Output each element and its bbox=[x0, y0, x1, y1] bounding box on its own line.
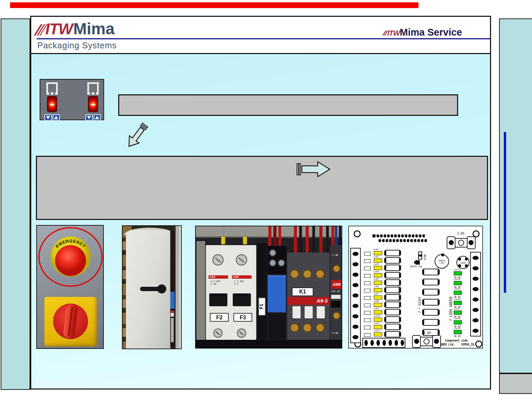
panel-column-left bbox=[44, 82, 60, 121]
transistor-label: BC817-G6 bbox=[410, 265, 422, 268]
logo-itw-text: ITW bbox=[45, 20, 73, 38]
contactor-model-stripe: A9-3 bbox=[288, 297, 329, 305]
film-roll-icon bbox=[46, 82, 58, 92]
ic-footprint bbox=[385, 309, 400, 315]
pcb-yellow-led-row: Led10 bbox=[364, 316, 404, 323]
breaker-toggle bbox=[233, 293, 251, 306]
cabinet-left-rail bbox=[196, 241, 205, 340]
pcb-green-led-row: Led15 bbox=[454, 289, 467, 299]
screw bbox=[236, 254, 247, 266]
aux-toggle bbox=[331, 301, 341, 308]
green-led bbox=[454, 281, 462, 285]
pcb-green-led-row: Led13 bbox=[454, 269, 467, 279]
emergency-stop-photo: EMERGENCY bbox=[36, 225, 104, 349]
arrow-up-button bbox=[53, 114, 60, 121]
yellow-led bbox=[374, 266, 382, 270]
description-box bbox=[36, 156, 488, 220]
ic-footprint bbox=[385, 272, 400, 278]
film-roll-icon bbox=[87, 82, 99, 92]
pcb-green-led-row: Led14 bbox=[454, 279, 467, 289]
screw bbox=[290, 269, 299, 279]
screw bbox=[332, 312, 341, 320]
itw-mima-logo: ITWMima bbox=[37, 19, 115, 38]
yellow-led bbox=[374, 288, 382, 292]
aux-no4-label: ~4 NO bbox=[331, 332, 338, 334]
door-frame-strip bbox=[175, 226, 179, 349]
inner-hinge-strip bbox=[171, 318, 174, 342]
arrow-up-button bbox=[94, 114, 101, 121]
pcb-yellow-led-row: Led9 bbox=[364, 308, 404, 316]
bottom-right-block bbox=[499, 373, 532, 394]
logo-mima-text: Mima bbox=[73, 20, 115, 38]
left-sidebar bbox=[1, 18, 30, 390]
pcb-green-led-row: Led18 bbox=[454, 318, 467, 328]
fuse-holder bbox=[447, 236, 476, 250]
pcb-yellow-led-row: Led4 bbox=[364, 271, 404, 279]
screw bbox=[213, 328, 223, 338]
bridge-rectifier: W04M bbox=[456, 256, 470, 269]
resistor-label: 470R bbox=[424, 254, 427, 260]
slide-page: ITWMima Packaging Systems ITWMima Servic… bbox=[0, 0, 532, 411]
screw bbox=[278, 259, 285, 267]
logo-subtitle: Packaging Systems bbox=[37, 41, 117, 50]
right-arrow-icon bbox=[296, 161, 333, 178]
yellow-led bbox=[374, 251, 382, 255]
pcb-green-led-row: Led16 bbox=[454, 299, 467, 309]
triangle-down-icon bbox=[87, 116, 91, 119]
aux-model-label: CA5-10 bbox=[331, 290, 340, 293]
contactor-cap bbox=[305, 306, 313, 318]
panel-column-right bbox=[85, 82, 101, 121]
green-led bbox=[454, 311, 462, 315]
breaker-brand-stripe: ABB bbox=[232, 275, 252, 279]
yellow-led bbox=[374, 318, 382, 322]
board-id-label: SYM38_IO bbox=[461, 343, 474, 346]
green-led-count-label: 7 LEDS GREEN bbox=[449, 297, 453, 321]
arrow-down-button bbox=[85, 114, 93, 121]
inner-component-bits bbox=[171, 311, 174, 317]
inner-component-blue bbox=[170, 292, 175, 309]
left-ic-count-label: 12 * V116T bbox=[398, 285, 401, 303]
breaker-toggle bbox=[209, 293, 227, 306]
pcb-yellow-led-row: Led12 bbox=[364, 330, 404, 338]
electrical-cabinet-photo: ABB ABB 1 S 201C 10 1 S 201C 4 F2 F3 F1 bbox=[195, 226, 342, 349]
pcb-green-led-row: Led17 bbox=[454, 309, 467, 318]
yellow-led bbox=[374, 281, 382, 285]
capacitor: 1000uF /25V bbox=[435, 254, 449, 269]
service-itw-text: ITW bbox=[387, 29, 400, 37]
screw bbox=[237, 328, 246, 338]
breaker-spec: 1 S 201C 4 bbox=[234, 280, 244, 285]
green-led bbox=[454, 320, 462, 324]
breaker-spec: 1 S 201C 10 bbox=[211, 280, 221, 285]
ic-footprint bbox=[423, 289, 439, 295]
breaker-label-f2: F2 bbox=[210, 313, 229, 322]
green-led bbox=[454, 271, 462, 275]
pcb-yellow-led-row: Led3 bbox=[364, 264, 404, 271]
triangle-up-icon bbox=[95, 116, 99, 119]
ic-footprint bbox=[385, 316, 400, 323]
rotary-knob bbox=[53, 304, 88, 339]
mounting-hole bbox=[354, 230, 361, 237]
fuse-rating-label: 1.6A bbox=[424, 331, 431, 334]
header-divider-rule bbox=[37, 38, 490, 39]
service-title: Mima Service bbox=[400, 27, 462, 38]
service-logo: ITWMima Service bbox=[384, 27, 462, 38]
triangle-up-icon bbox=[54, 116, 58, 119]
aux-no3-label: ~3 NO bbox=[331, 254, 338, 257]
pcb-diagram: 1.6A Led1Led2Led3Led4Led5Led6Led7Led8Led… bbox=[348, 226, 483, 349]
pcb-green-led-row: Led19 bbox=[454, 328, 467, 338]
header-pin-row bbox=[376, 234, 425, 238]
ic-footprint bbox=[385, 250, 400, 256]
scroll-indicator[interactable] bbox=[504, 132, 506, 293]
fuse-rating-label: 1.6A bbox=[457, 232, 464, 235]
screw bbox=[269, 249, 276, 257]
cabinet-bottom-rail bbox=[196, 340, 342, 349]
green-led bbox=[454, 301, 462, 305]
connector-pad-square bbox=[372, 234, 375, 237]
wire-ferrule bbox=[243, 236, 247, 244]
fuse-holder bbox=[412, 334, 441, 349]
red-indicator-lamp bbox=[47, 96, 57, 112]
yellow-led bbox=[374, 273, 382, 277]
screw bbox=[290, 323, 299, 332]
aux-slider bbox=[331, 295, 341, 299]
caption-banner bbox=[118, 94, 458, 116]
